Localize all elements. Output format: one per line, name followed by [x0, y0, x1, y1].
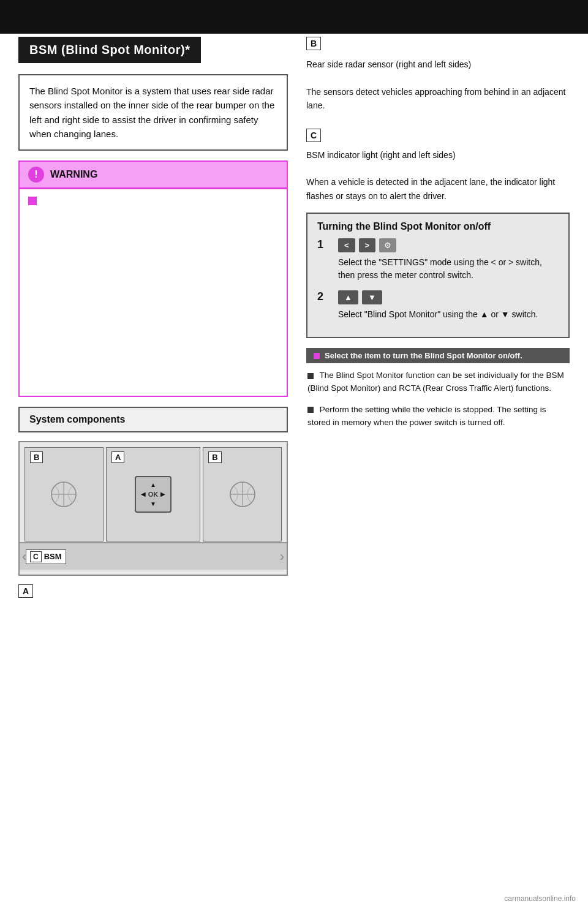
- watermark: carmanualsonline.info: [504, 894, 576, 903]
- b-text-line1: Rear side radar sensor (right and left s…: [306, 59, 471, 69]
- note-bar-1: Select the item to turn the Blind Spot M…: [306, 348, 570, 363]
- arrows-row-mid: ◀ OK ▶: [141, 491, 166, 498]
- car-bottom: ‹ C BSM ›: [20, 542, 287, 570]
- warning-body: [20, 187, 287, 396]
- diagram-inner: B A: [20, 442, 287, 575]
- diagram-box: B A: [18, 441, 288, 576]
- panel-center-label: A: [111, 451, 124, 463]
- step-1-text: Select the "SETTINGS" mode using the < o…: [338, 257, 542, 280]
- note-bullet-2: [307, 407, 314, 413]
- note-section-1: The Blind Spot Monitor function can be s…: [306, 369, 570, 395]
- step-2-text: Select "Blind Spot Monitor" using the ▲ …: [338, 309, 538, 319]
- ok-label: OK: [148, 491, 159, 498]
- bsm-badge: C BSM: [26, 549, 66, 564]
- c-label: C: [30, 551, 42, 562]
- c-text: BSM indicator light (right and left side…: [306, 148, 570, 203]
- warning-bullet: [28, 197, 37, 205]
- panel-right-label: B: [208, 451, 221, 463]
- diagram-panel-center: A ▲ ◀ OK ▶ ▼: [106, 447, 200, 541]
- step-1-content: < > ⚙ Select the "SETTINGS" mode using t…: [338, 238, 559, 282]
- system-components-heading: System components: [18, 407, 288, 432]
- note-2-content: Perform the setting while the vehicle is…: [307, 405, 546, 427]
- right-column: B Rear side radar sensor (right and left…: [306, 37, 570, 891]
- step-2-content: ▲ ▼ Select "Blind Spot Monitor" using th…: [338, 290, 559, 321]
- step2-down-btn[interactable]: ▼: [362, 290, 382, 304]
- diagram-panels: B A: [20, 442, 287, 546]
- label-b: B: [306, 37, 321, 50]
- arrows-row-bottom: ▼: [150, 500, 156, 507]
- bsm-text: BSM: [44, 552, 62, 561]
- note-bar-1-text: Select the item to turn the Blind Spot M…: [325, 351, 522, 360]
- step-2-btn-group: ▲ ▼: [338, 290, 559, 304]
- warning-box: ! WARNING: [18, 160, 288, 397]
- center-control: ▲ ◀ OK ▶ ▼: [135, 476, 172, 513]
- radar-icon-left: [45, 476, 82, 513]
- note-bullet-bar: [314, 353, 320, 359]
- title-text: BSM (Blind Spot Monitor)*: [29, 43, 190, 56]
- note-2-text: Perform the setting while the vehicle is…: [306, 404, 570, 429]
- step-1-row: 1 < > ⚙ Select the "SETTINGS" mode using…: [317, 238, 559, 282]
- c-text-detail: When a vehicle is detected in the adjace…: [306, 177, 555, 200]
- step2-up-btn[interactable]: ▲: [338, 290, 358, 304]
- left-arrow-diagram: ‹: [22, 549, 26, 565]
- turning-box: Turning the Blind Spot Monitor on/off 1 …: [306, 213, 570, 338]
- page-title: BSM (Blind Spot Monitor)*: [18, 37, 201, 63]
- label-a: A: [18, 584, 33, 598]
- step-2-num: 2: [317, 290, 330, 303]
- note-bullet-1: [307, 373, 314, 379]
- step1-right-btn[interactable]: >: [359, 238, 376, 252]
- diagram-panel-left: B: [24, 447, 104, 541]
- step1-left-btn[interactable]: <: [338, 238, 355, 252]
- description-box: The Blind Spot Monitor is a system that …: [18, 74, 288, 151]
- step-1-btn-group: < > ⚙: [338, 238, 559, 252]
- radar-icon-right: [224, 476, 261, 513]
- c-text-line1: BSM indicator light (right and left side…: [306, 150, 456, 160]
- b-text: Rear side radar sensor (right and left s…: [306, 58, 570, 113]
- b-text-detail: The sensors detect vehicles approaching …: [306, 87, 565, 110]
- warning-header: ! WARNING: [20, 162, 287, 187]
- step1-gear-btn[interactable]: ⚙: [379, 238, 396, 252]
- note-1-text: The Blind Spot Monitor function can be s…: [306, 369, 570, 395]
- warning-label: WARNING: [50, 169, 97, 180]
- warning-icon: !: [28, 167, 44, 183]
- note-section-2: Perform the setting while the vehicle is…: [306, 404, 570, 429]
- step-2-row: 2 ▲ ▼ Select "Blind Spot Monitor" using …: [317, 290, 559, 321]
- top-bar: [0, 0, 588, 34]
- label-c: C: [306, 129, 321, 142]
- left-column: BSM (Blind Spot Monitor)* The Blind Spot…: [18, 37, 288, 891]
- description-text: The Blind Spot Monitor is a system that …: [29, 86, 274, 139]
- arrow-left: ◀: [141, 491, 146, 498]
- diagram-panel-right: B: [203, 447, 282, 541]
- arrow-right: ▶: [160, 491, 165, 498]
- note-1-content: The Blind Spot Monitor function can be s…: [307, 371, 564, 393]
- panel-left-label: B: [30, 451, 43, 463]
- step-1-num: 1: [317, 238, 330, 251]
- arrows-row-top: ▲: [150, 481, 156, 488]
- turning-title: Turning the Blind Spot Monitor on/off: [317, 221, 559, 232]
- right-arrow-diagram: ›: [280, 549, 284, 565]
- system-components-label: System components: [29, 414, 125, 424]
